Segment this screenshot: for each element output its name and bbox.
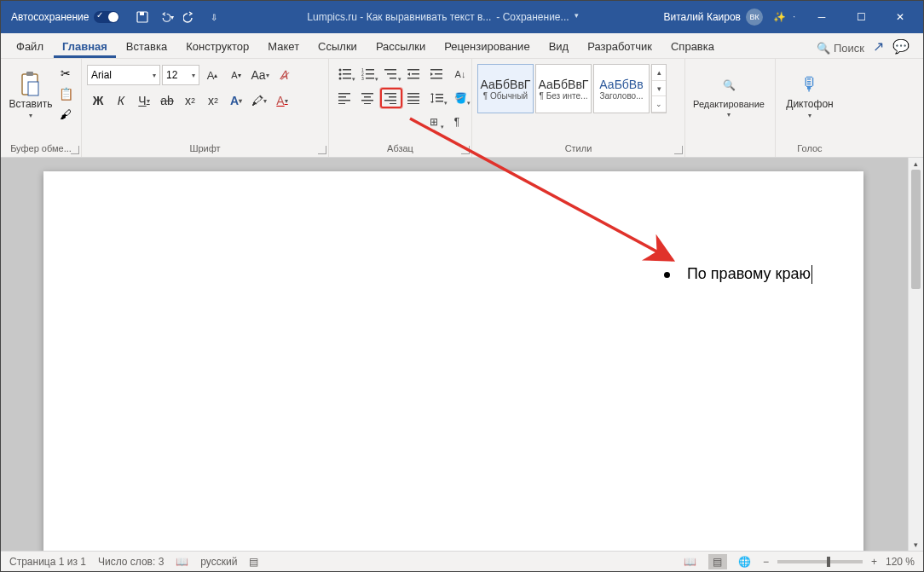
close-button[interactable]: ✕ — [881, 1, 920, 33]
simplify-ribbon-icon[interactable]: ✨ — [771, 9, 787, 25]
copy-icon[interactable]: 📋 — [55, 84, 76, 103]
tab-review[interactable]: Рецензирование — [436, 35, 538, 58]
clipboard-launcher[interactable] — [71, 146, 79, 154]
save-icon[interactable] — [135, 9, 150, 25]
format-painter-icon[interactable]: 🖌 — [55, 105, 76, 124]
numbering-icon[interactable]: 123▾ — [357, 64, 379, 84]
bullets-icon[interactable]: ▾ — [334, 64, 356, 84]
grow-font-icon[interactable]: A▴ — [201, 64, 223, 86]
subscript-icon[interactable]: x2 — [179, 90, 201, 112]
zoom-in-icon[interactable]: + — [871, 556, 877, 568]
read-mode-icon[interactable]: 📖 — [681, 554, 700, 569]
styles-gallery-more[interactable]: ▴ ▾ ⌄ — [651, 64, 667, 113]
underline-button[interactable]: Ч▾ — [133, 90, 155, 112]
scroll-up-icon[interactable]: ▴ — [652, 65, 666, 81]
zoom-slider[interactable] — [777, 560, 863, 563]
align-center-icon[interactable] — [357, 88, 379, 108]
tab-mailings[interactable]: Рассылки — [367, 35, 434, 58]
undo-icon[interactable]: ▾ — [159, 9, 174, 25]
print-layout-icon[interactable]: ▤ — [708, 554, 727, 569]
web-layout-icon[interactable]: 🌐 — [736, 554, 754, 569]
minimize-button[interactable]: ─ — [802, 1, 841, 33]
word-count[interactable]: Число слов: 3 — [98, 556, 164, 568]
paste-button[interactable]: Вставить ▾ — [6, 61, 55, 130]
font-size-combo[interactable]: 12▾ — [162, 65, 199, 85]
svg-rect-29 — [338, 100, 350, 101]
tab-design[interactable]: Конструктор — [177, 35, 257, 58]
cut-icon[interactable]: ✂ — [55, 64, 76, 83]
zoom-out-icon[interactable]: − — [763, 556, 769, 568]
highlight-icon[interactable]: 🖍▾ — [248, 90, 270, 112]
font-color-icon[interactable]: A▾ — [271, 90, 293, 112]
bold-button[interactable]: Ж — [87, 90, 109, 112]
strikethrough-icon[interactable]: ab — [156, 90, 178, 112]
document-page[interactable]: По правому краю — [43, 171, 863, 551]
superscript-icon[interactable]: x2 — [202, 90, 224, 112]
bullet-text[interactable]: По правому краю — [687, 265, 812, 284]
scroll-up-icon[interactable]: ▴ — [909, 158, 923, 170]
quick-access-toolbar: ▾ ⇩ — [126, 9, 230, 25]
style-name: ¶ Обычный — [483, 91, 528, 101]
search-box[interactable]: 🔍 Поиск — [810, 38, 871, 58]
styles-launcher[interactable] — [674, 146, 683, 154]
change-case-icon[interactable]: Aa▾ — [249, 64, 271, 86]
scroll-down-icon[interactable]: ▾ — [652, 81, 666, 97]
scroll-down-icon[interactable]: ▾ — [909, 539, 923, 551]
sort-icon[interactable]: A↓ — [449, 64, 471, 84]
svg-text:3: 3 — [361, 76, 364, 80]
macro-icon[interactable]: ▤ — [249, 556, 258, 568]
comments-icon[interactable]: 💬 — [892, 38, 910, 55]
font-name-combo[interactable]: Arial▾ — [87, 65, 160, 85]
tab-layout[interactable]: Макет — [259, 35, 308, 58]
tab-home[interactable]: Главная — [54, 35, 116, 58]
zoom-level[interactable]: 120 % — [886, 556, 915, 568]
autosave-label: Автосохранение — [11, 11, 89, 23]
clear-format-icon[interactable]: A̷ — [273, 64, 295, 86]
justify-icon[interactable] — [403, 88, 425, 108]
language-indicator[interactable]: русский — [200, 556, 237, 568]
user-account[interactable]: Виталий Каиров ВК — [655, 9, 771, 26]
style-heading1[interactable]: АаБбВв Заголово... — [593, 64, 650, 113]
font-launcher[interactable] — [318, 146, 326, 154]
title-dropdown-icon[interactable]: ▾ — [575, 11, 579, 23]
increase-indent-icon[interactable] — [426, 64, 448, 84]
style-normal[interactable]: АаБбВвГ ¶ Обычный — [477, 64, 534, 113]
qat-customize-icon[interactable]: ⇩ — [206, 9, 222, 25]
line-spacing-icon[interactable]: ▾ — [426, 88, 448, 108]
align-left-icon[interactable] — [334, 88, 356, 108]
tab-help[interactable]: Справка — [662, 35, 723, 58]
show-marks-icon[interactable]: ¶ — [446, 112, 468, 132]
svg-rect-21 — [407, 69, 419, 71]
multilevel-list-icon[interactable]: ▾ — [380, 64, 402, 84]
svg-rect-30 — [338, 103, 345, 104]
decrease-indent-icon[interactable] — [403, 64, 425, 84]
tab-file[interactable]: Файл — [8, 35, 52, 58]
dictate-button[interactable]: 🎙 Диктофон ▾ — [781, 61, 839, 130]
style-nospacing[interactable]: АаБбВвГ ¶ Без инте... — [535, 64, 592, 113]
ribbon-display-icon[interactable] — [787, 9, 802, 25]
shrink-font-icon[interactable]: A▾ — [225, 64, 247, 86]
shading-icon[interactable]: 🪣▾ — [449, 88, 471, 108]
borders-icon[interactable]: ⊞▾ — [423, 112, 445, 132]
expand-icon[interactable]: ⌄ — [652, 96, 666, 113]
tab-references[interactable]: Ссылки — [309, 35, 366, 58]
redo-icon[interactable] — [182, 9, 198, 25]
vertical-scrollbar[interactable]: ▴ ▾ — [908, 158, 923, 551]
svg-rect-15 — [366, 73, 374, 75]
autosave-toggle[interactable]: Автосохранение ✓ — [4, 11, 126, 23]
share-icon[interactable]: ↗ — [873, 38, 884, 55]
tab-insert[interactable]: Вставка — [118, 35, 176, 58]
paragraph-launcher[interactable] — [461, 146, 470, 154]
editing-button[interactable]: 🔍 Редактирование ▾ — [690, 61, 767, 130]
window-controls: ─ ☐ ✕ — [802, 1, 920, 33]
align-right-icon[interactable] — [380, 88, 402, 108]
svg-rect-5 — [28, 82, 38, 95]
tab-view[interactable]: Вид — [540, 35, 578, 58]
page-indicator[interactable]: Страница 1 из 1 — [9, 556, 86, 568]
spellcheck-icon[interactable]: 📖 — [176, 556, 188, 568]
italic-button[interactable]: К — [110, 90, 132, 112]
text-effects-icon[interactable]: A▾ — [225, 90, 247, 112]
tab-developer[interactable]: Разработчик — [579, 35, 661, 58]
maximize-button[interactable]: ☐ — [841, 1, 881, 33]
scroll-thumb[interactable] — [911, 170, 921, 289]
